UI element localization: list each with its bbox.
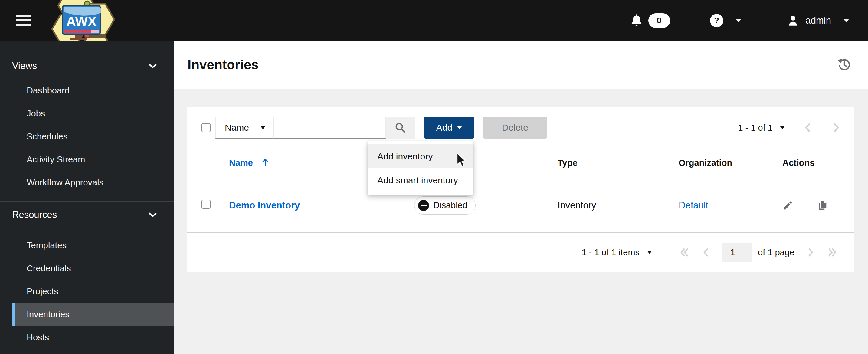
chevron-down-icon	[457, 126, 462, 129]
sort-ascending-arrow-icon	[262, 158, 269, 167]
chevron-down-icon	[736, 19, 742, 22]
search-button[interactable]	[386, 117, 415, 138]
chevron-down-icon	[260, 126, 265, 129]
sidebar-nav: Views Dashboard Jobs Schedules Activity …	[0, 41, 174, 354]
angle-left-icon	[703, 248, 708, 257]
sidebar-item-jobs[interactable]: Jobs	[12, 102, 174, 125]
nav-toggle-button[interactable]	[16, 15, 31, 26]
add-dropdown-menu: Add inventory Add smart inventory	[368, 141, 473, 195]
next-page-button[interactable]	[834, 123, 839, 132]
chevron-down-icon	[647, 251, 652, 254]
status-badge: Disabled	[414, 196, 475, 215]
sidebar-item-projects[interactable]: Projects	[12, 280, 174, 303]
bell-icon	[629, 13, 644, 28]
pencil-icon	[782, 200, 793, 211]
add-button-label: Add	[436, 123, 452, 133]
nav-group-label: Resources	[12, 210, 57, 220]
sort-by-name-header[interactable]: Name	[229, 158, 269, 168]
status-badge-label: Disabled	[433, 200, 467, 210]
copy-inventory-button[interactable]	[816, 200, 828, 211]
page-title: Inventories	[188, 57, 259, 72]
angle-right-icon	[834, 123, 839, 132]
actions-column-header: Actions	[782, 158, 854, 168]
first-page-button[interactable]	[680, 248, 689, 257]
sidebar-divider	[0, 201, 174, 201]
edit-inventory-button[interactable]	[782, 200, 793, 211]
footer-pagination: 1 - 1 of 1 items of 1 page	[187, 233, 854, 272]
previous-page-button[interactable]	[805, 123, 810, 132]
table-header-row: Name Type Organization Actions	[187, 148, 854, 178]
type-column-header: Type	[558, 158, 679, 168]
notification-count-badge: 0	[648, 13, 670, 28]
notifications-button[interactable]: 0	[629, 13, 670, 28]
chevron-down-icon	[780, 126, 785, 129]
user-menu-button[interactable]: admin	[787, 14, 849, 27]
awx-logo-image: AWX	[49, 0, 118, 41]
user-icon	[787, 14, 799, 27]
nav-group-views: Views Dashboard Jobs Schedules Activity …	[0, 53, 174, 194]
nav-group-resources-header[interactable]: Resources	[0, 202, 174, 228]
select-all-checkbox[interactable]	[202, 123, 211, 132]
current-page-input[interactable]	[722, 243, 752, 262]
chevron-down-icon	[149, 64, 157, 69]
nav-group-label: Views	[12, 61, 37, 71]
items-range-label: 1 - 1 of 1 items	[582, 248, 640, 257]
last-page-button[interactable]	[828, 248, 837, 257]
sidebar-item-workflow-approvals[interactable]: Workflow Approvals	[12, 171, 174, 194]
sidebar-item-activity-stream[interactable]: Activity Stream	[12, 148, 174, 171]
table-row: Demo Inventory Disabled Inventory Defaul…	[187, 178, 854, 233]
list-toolbar: Name Add Delete 1 - 1 of 1	[187, 106, 854, 138]
history-icon	[837, 58, 852, 72]
filter-type-select[interactable]: Name	[215, 117, 274, 138]
page-count-label: of 1 page	[758, 248, 795, 257]
menu-item-add-inventory[interactable]: Add inventory	[368, 144, 473, 168]
masthead: AWX 0 ? admin	[0, 0, 868, 41]
organization-column-header: Organization	[679, 158, 782, 168]
sidebar-item-schedules[interactable]: Schedules	[12, 125, 174, 148]
inventory-name-link[interactable]: Demo Inventory	[229, 200, 300, 211]
angle-left-icon	[805, 123, 810, 132]
chevron-down-icon	[149, 213, 157, 218]
page-header: Inventories	[174, 41, 868, 89]
angle-double-right-icon	[828, 248, 837, 257]
help-menu-button[interactable]: ?	[710, 14, 742, 27]
angle-right-icon	[808, 248, 814, 257]
row-select-checkbox[interactable]	[202, 200, 211, 209]
sidebar-item-dashboard[interactable]: Dashboard	[12, 79, 174, 102]
sidebar-item-inventories[interactable]: Inventories	[12, 303, 174, 326]
inventory-type-cell: Inventory	[558, 200, 679, 211]
svg-text:AWX: AWX	[66, 14, 96, 29]
awx-logo[interactable]: AWX	[49, 0, 118, 41]
chevron-down-icon	[843, 19, 849, 22]
sidebar-item-hosts[interactable]: Hosts	[12, 326, 174, 349]
disabled-icon	[418, 200, 429, 211]
search-icon	[395, 122, 406, 133]
main-content: Inventories Name	[174, 41, 868, 354]
filter-type-label: Name	[225, 123, 249, 133]
hamburger-icon	[16, 15, 31, 17]
copy-icon	[816, 200, 828, 211]
organization-link[interactable]: Default	[679, 200, 708, 211]
sidebar-item-templates[interactable]: Templates	[12, 234, 174, 257]
add-button[interactable]: Add	[424, 117, 474, 138]
menu-item-add-smart-inventory[interactable]: Add smart inventory	[368, 168, 473, 192]
name-column-header: Name	[229, 158, 253, 168]
sidebar-item-credentials[interactable]: Credentials	[12, 257, 174, 280]
nav-group-resources: Resources Templates Credentials Projects…	[0, 202, 174, 349]
search-input[interactable]	[274, 117, 386, 138]
previous-page-button-footer[interactable]	[703, 248, 708, 257]
inventories-list-card: Name Add Delete 1 - 1 of 1	[187, 106, 854, 272]
question-icon: ?	[710, 14, 723, 27]
nav-group-views-header[interactable]: Views	[0, 53, 174, 79]
toolbar-pagination: 1 - 1 of 1	[738, 123, 839, 133]
next-page-button-footer[interactable]	[808, 248, 814, 257]
angle-double-left-icon	[680, 248, 689, 257]
activity-stream-history-button[interactable]	[837, 58, 852, 72]
delete-button[interactable]: Delete	[483, 117, 547, 138]
pagination-range-label: 1 - 1 of 1	[738, 123, 773, 133]
username-label: admin	[806, 15, 831, 26]
